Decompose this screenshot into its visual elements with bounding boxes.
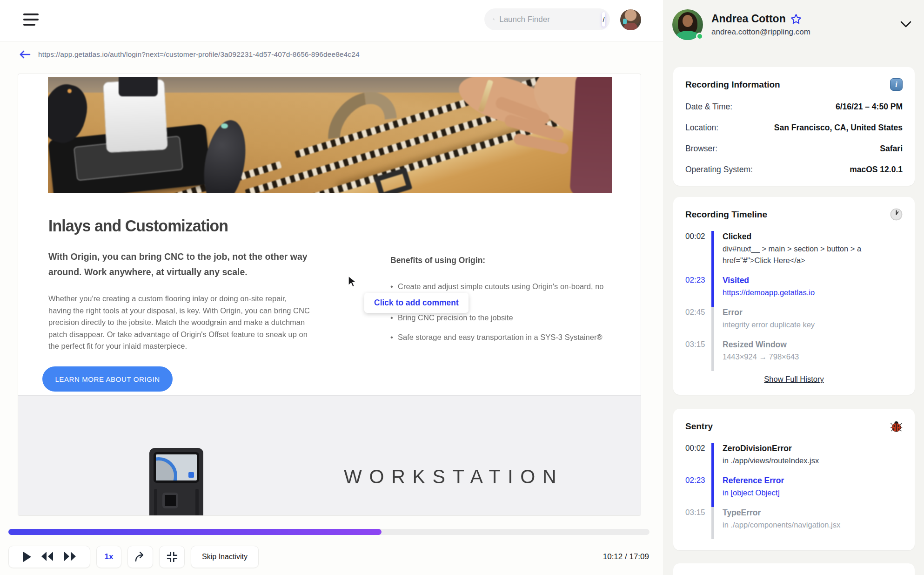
top-bar: /	[0, 0, 663, 41]
collapse-button[interactable]	[159, 546, 185, 568]
collapse-sidebar-button[interactable]	[900, 20, 912, 29]
recording-information-card: Recording Information i Date & Time: 6/1…	[673, 67, 915, 186]
sentry-title: Sentry	[685, 421, 713, 432]
back-button[interactable]	[19, 49, 31, 60]
timeline-event[interactable]: 00:02 Clicked div#nuxt__ > main > sectio…	[685, 231, 903, 275]
back-arrow-icon	[19, 49, 31, 60]
user-email: andrea.cotton@rippling.com	[711, 27, 810, 37]
page-footer-section: WORKSTATION	[18, 395, 641, 516]
transport-controls	[8, 546, 90, 568]
play-button[interactable]	[22, 551, 32, 563]
benefits-title: Benefits of using Origin:	[390, 256, 485, 265]
console-card: Console	[673, 563, 915, 575]
user-header: Andrea Cotton andrea.cotton@rippling.com	[672, 7, 912, 43]
user-name: Andrea Cotton	[711, 13, 786, 25]
info-row: Browser: Safari	[685, 144, 903, 154]
user-avatar-topbar[interactable]	[620, 9, 641, 30]
recording-timeline-card: Recording Timeline 00:02 Clicked div#nux…	[673, 197, 915, 395]
show-full-history-link[interactable]: Show Full History	[764, 375, 824, 383]
info-row: Location: San Francisco, CA, United Stat…	[685, 123, 903, 133]
favorite-star-icon[interactable]	[790, 14, 802, 24]
replay-viewport: Inlays and Customization With Origin, yo…	[18, 74, 641, 516]
rewind-icon	[40, 551, 54, 562]
share-arrow-icon	[134, 551, 147, 563]
recording-timeline-title: Recording Timeline	[685, 210, 767, 220]
page-subheading: With Origin, you can bring CNC to the jo…	[48, 249, 328, 280]
sentry-card: Sentry 00:02 ZeroDivisionError	[673, 409, 915, 550]
user-avatar	[672, 9, 703, 40]
progress-bar[interactable]	[8, 529, 649, 535]
details-sidebar: Andrea Cotton andrea.cotton@rippling.com…	[663, 0, 924, 575]
online-status-dot	[696, 33, 703, 40]
session-replay-app: / https://app.getatlas.io/auth/login?nex…	[0, 0, 924, 575]
search-bar[interactable]: /	[484, 8, 610, 30]
clock-icon	[890, 208, 903, 221]
player-controls: 1x Skip Inactivity	[8, 546, 259, 568]
keyboard-shortcut-badge: /	[602, 12, 605, 27]
info-icon: i	[890, 78, 903, 91]
sentry-event[interactable]: 00:02 ZeroDivisionError in ./app/views/r…	[685, 443, 903, 475]
workstation-logo: WORKSTATION	[344, 466, 563, 488]
timeline-event[interactable]: 03:15 Resized Window 1443×924 → 798×643	[685, 339, 903, 371]
info-row: Date & Time: 6/16/21 – 4:50 PM	[685, 102, 903, 112]
sentry-event[interactable]: 02:23 Reference Error in [object Object]	[685, 475, 903, 507]
timeline-event[interactable]: 02:45 Error integrity error duplicate ke…	[685, 307, 903, 339]
rewind-button[interactable]	[40, 551, 54, 563]
learn-more-button: LEARN MORE ABOUT ORIGIN	[42, 366, 173, 392]
url-bar: https://app.getatlas.io/auth/login?next=…	[19, 49, 360, 60]
sentry-event-list: 00:02 ZeroDivisionError in ./app/views/r…	[685, 443, 903, 539]
progress-fill	[8, 529, 382, 535]
mouse-cursor	[347, 275, 359, 288]
menu-button[interactable]	[23, 13, 39, 29]
add-comment-tooltip[interactable]: Click to add comment	[364, 293, 469, 313]
recording-url: https://app.getatlas.io/auth/login?next=…	[38, 50, 360, 59]
skip-inactivity-button[interactable]: Skip Inactivity	[191, 546, 259, 568]
menu-icon	[23, 14, 39, 15]
recording-information-title: Recording Information	[685, 80, 780, 90]
search-input[interactable]	[499, 15, 602, 24]
playback-speed-button[interactable]: 1x	[96, 546, 121, 568]
collapse-icon	[166, 551, 178, 563]
sentry-event[interactable]: 03:15 TypeError in ./app/components/navi…	[685, 507, 903, 539]
play-icon	[22, 551, 32, 563]
page-paragraph: Whether you're creating a custom floorin…	[48, 293, 311, 352]
chevron-down-icon	[900, 20, 912, 28]
replayed-webpage: Inlays and Customization With Origin, yo…	[18, 74, 641, 515]
benefits-list: Create and adjust simple cutouts using O…	[390, 281, 618, 351]
page-heading: Inlays and Customization	[48, 216, 228, 235]
benefit-item: Bring CNC precision to the jobsite	[390, 312, 618, 324]
fast-forward-icon	[63, 551, 77, 562]
time-display: 10:12 / 17:09	[603, 546, 649, 568]
timeline-event-list: 00:02 Clicked div#nuxt__ > main > sectio…	[685, 231, 903, 371]
timeline-event[interactable]: 02:23 Visited https://demoapp.getatlas.i…	[685, 275, 903, 307]
player-panel: / https://app.getatlas.io/auth/login?nex…	[0, 0, 663, 575]
origin-device-art	[149, 448, 203, 516]
benefit-item: Safe storage and easy transportation in …	[390, 331, 618, 343]
info-row: Operating System: macOS 12.0.1	[685, 165, 903, 175]
ladybug-icon	[890, 420, 903, 433]
fast-forward-button[interactable]	[63, 551, 77, 563]
search-icon	[493, 15, 495, 24]
share-button[interactable]	[127, 546, 153, 568]
